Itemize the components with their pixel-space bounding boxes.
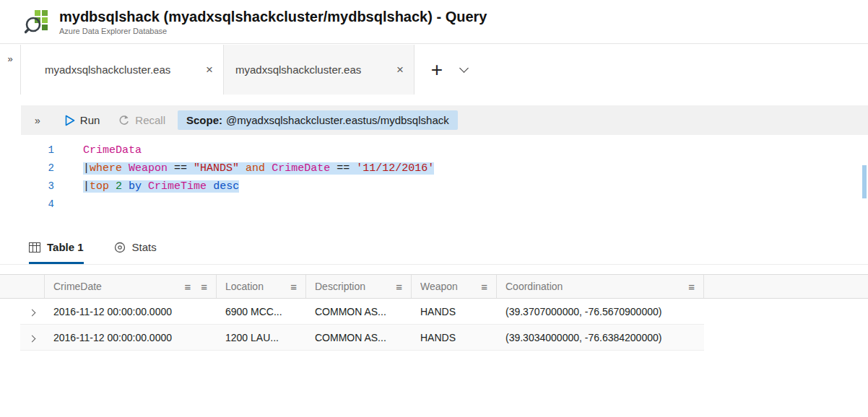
results-grid: CrimeDate≡≡Location≡Description≡Weapon≡C…	[0, 274, 868, 351]
query-editor-lines: 1CrimeData2|where Weapon == "HANDS" and …	[0, 135, 868, 214]
table-cell: (39.3034000000, -76.6384200000)	[497, 332, 704, 343]
column-menu-icon[interactable]: ≡	[184, 281, 191, 293]
query-editor[interactable]: 1CrimeData2|where Weapon == "HANDS" and …	[0, 135, 868, 232]
table-cell: 2016-11-12 00:00:00.0000	[45, 332, 217, 343]
grid-body: 2016-11-12 00:00:00.00006900 MCC...COMMO…	[0, 299, 868, 351]
document-tab[interactable]: myadxsqlshackcluster.eas×	[224, 45, 415, 95]
new-tab-button[interactable]: +	[428, 60, 446, 80]
left-rail: »	[0, 45, 21, 95]
expand-column-header	[20, 275, 45, 298]
table-cell: 1200 LAU...	[217, 332, 306, 343]
code-token: desc	[213, 180, 239, 193]
row-expand[interactable]	[20, 306, 45, 317]
code-token	[239, 162, 246, 175]
table-cell: HANDS	[412, 306, 497, 317]
column-header-label: Description	[315, 281, 365, 292]
column-header-label: Weapon	[420, 281, 458, 292]
editor-line[interactable]: 2|where Weapon == "HANDS" and CrimeDate …	[0, 159, 868, 177]
code-line: CrimeData	[54, 141, 142, 159]
code-token	[109, 180, 116, 193]
code-line: |where Weapon == "HANDS" and CrimeDate =…	[54, 159, 434, 177]
scope-badge[interactable]: Scope: @myadxsqlshackcluster.eastus/mydb…	[178, 110, 458, 130]
code-token	[142, 180, 148, 193]
chevron-right-icon[interactable]	[29, 335, 36, 342]
recall-button[interactable]: Recall	[118, 114, 165, 126]
run-label: Run	[80, 114, 100, 126]
code-token: 2	[116, 180, 122, 193]
close-tab-icon[interactable]: ×	[396, 63, 404, 76]
code-line	[54, 196, 83, 214]
column-header-label: Coordination	[505, 281, 563, 292]
column-header[interactable]: CrimeDate≡≡	[45, 275, 217, 298]
results-panel: Table 1 Stats CrimeDate≡≡Location≡Descri…	[0, 232, 868, 417]
results-tab-bar: Table 1 Stats	[0, 232, 868, 265]
code-token: CrimeTime	[148, 180, 207, 193]
column-menu-icon[interactable]: ≡	[688, 281, 695, 293]
code-token	[207, 180, 213, 193]
code-token: CrimeDate	[272, 162, 330, 175]
table-row[interactable]: 2016-11-12 00:00:00.00006900 MCC...COMMO…	[20, 299, 704, 325]
code-token: top	[90, 180, 109, 193]
code-token: |	[83, 180, 90, 193]
code-token: by	[129, 180, 142, 193]
table-row[interactable]: 2016-11-12 00:00:00.00001200 LAU...COMMO…	[20, 325, 704, 351]
azure-data-explorer-logo-icon	[25, 9, 51, 35]
recall-label: Recall	[135, 114, 165, 126]
column-menu-icon[interactable]: ≡	[481, 281, 487, 293]
code-token: CrimeData	[83, 144, 142, 157]
code-token: '11/12/2016'	[356, 162, 434, 175]
code-token: Weapon	[129, 162, 168, 175]
page-subtitle: Azure Data Explorer Database	[59, 27, 487, 35]
editor-line[interactable]: 3|top 2 by CrimeTime desc	[0, 177, 868, 196]
column-menu-icon[interactable]: ≡	[396, 281, 402, 293]
code-token: ==	[168, 162, 194, 175]
play-icon	[65, 115, 75, 126]
column-header[interactable]: Description≡	[306, 275, 412, 298]
line-number: 3	[0, 177, 54, 196]
code-token: and	[246, 162, 265, 175]
overview-ruler-selection-mark	[862, 165, 867, 198]
code-line: |top 2 by CrimeTime desc	[54, 177, 239, 196]
tab-list-chevron-down-icon[interactable]	[459, 63, 469, 73]
column-header[interactable]: Coordination≡	[497, 275, 704, 298]
document-tab-row: myadxsqlshackcluster.eas×myadxsqlshackcl…	[21, 45, 868, 95]
table-icon	[29, 242, 40, 253]
app-header: mydbsqlshack (myadxsqlshackcluster/mydbs…	[0, 0, 868, 44]
table-cell: 2016-11-12 00:00:00.0000	[45, 306, 217, 317]
table-cell: HANDS	[412, 332, 497, 343]
document-tab[interactable]: myadxsqlshackcluster.eas×	[33, 45, 224, 95]
scope-value: @myadxsqlshackcluster.eastus/mydbsqlshac…	[226, 114, 449, 126]
code-text: |where Weapon == "HANDS" and CrimeDate =…	[83, 162, 434, 175]
tab-label: myadxsqlshackcluster.eas	[45, 63, 197, 76]
query-toolbar: » Run Recall Scope: @myadxsqlshackcluste…	[21, 105, 868, 135]
chevron-right-icon[interactable]	[29, 309, 36, 316]
column-menu-icon[interactable]: ≡	[201, 281, 207, 293]
row-expand[interactable]	[20, 332, 45, 343]
code-token	[265, 162, 272, 175]
table-cell: COMMON AS...	[306, 332, 412, 343]
document-tab-strip: myadxsqlshackcluster.eas×myadxsqlshackcl…	[33, 45, 415, 95]
code-text: |top 2 by CrimeTime desc	[83, 180, 239, 193]
column-header-label: Location	[225, 281, 264, 292]
results-tab-label: Table 1	[47, 241, 84, 253]
grid-header-row: CrimeDate≡≡Location≡Description≡Weapon≡C…	[0, 274, 868, 299]
tab-label: myadxsqlshackcluster.eas	[235, 63, 388, 76]
column-header[interactable]: Location≡	[217, 275, 306, 298]
table-cell: COMMON AS...	[306, 306, 412, 317]
column-menu-icon[interactable]: ≡	[290, 281, 297, 293]
run-button[interactable]: Run	[65, 114, 100, 126]
editor-line[interactable]: 4	[0, 196, 868, 214]
tab-table-1[interactable]: Table 1	[29, 232, 84, 264]
stats-icon	[114, 242, 126, 253]
editor-line[interactable]: 1CrimeData	[0, 141, 868, 159]
tab-stats[interactable]: Stats	[114, 232, 157, 264]
header-titles: mydbsqlshack (myadxsqlshackcluster/mydbs…	[59, 9, 487, 35]
column-header[interactable]: Weapon≡	[412, 275, 497, 298]
results-tab-label: Stats	[132, 241, 157, 253]
code-token: |	[83, 162, 90, 175]
code-token: "HANDS"	[194, 162, 239, 175]
code-token: ==	[330, 162, 356, 175]
close-tab-icon[interactable]: ×	[206, 63, 213, 76]
expand-panel-icon[interactable]: »	[7, 53, 12, 64]
toolbar-expand-icon[interactable]: »	[35, 115, 40, 126]
